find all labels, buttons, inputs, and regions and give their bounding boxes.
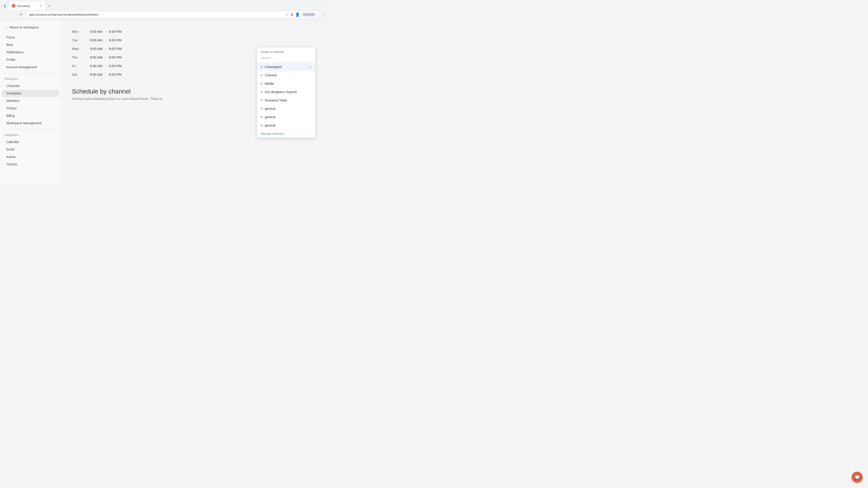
schedule-row-mon: Mon 9:00 AM - 6:00 PM bbox=[72, 27, 198, 36]
dropdown-item-general2[interactable]: # general bbox=[257, 113, 315, 121]
schedule-start-time: 9:00 AM bbox=[90, 47, 102, 51]
dropdown-item-channel[interactable]: # Channel bbox=[257, 71, 315, 79]
schedule-separator: - bbox=[105, 64, 106, 68]
dropdown-item-sunsama-tasks[interactable]: # Sunsama Tasks bbox=[257, 96, 315, 104]
schedule-day: Sat bbox=[72, 72, 90, 76]
schedule-table: Mon 9:00 AM - 6:00 PM Tue 9:00 AM - 6:00… bbox=[72, 27, 198, 79]
dropdown-items: # Unassigned ✓ # Channel # Middle # Our … bbox=[257, 63, 315, 129]
schedule-separator: - bbox=[105, 72, 106, 76]
channel-label: Sunsama Tasks bbox=[265, 98, 287, 102]
sidebar-item-clickup[interactable]: ClickUp bbox=[2, 161, 59, 168]
address-actions: ☆ ⬇ 👤 Incognito bbox=[285, 12, 316, 17]
dropdown-item-general3[interactable]: # general bbox=[257, 121, 315, 129]
sidebar-item-calendar[interactable]: Calendar bbox=[2, 138, 59, 145]
address-bar-row: ← → ↻ app.sunsama.com/group/moodjoy/sett… bbox=[0, 10, 329, 20]
nav-refresh-button[interactable]: ↻ bbox=[18, 11, 24, 18]
sidebar: ← Return to workspace FocusBetaNotificat… bbox=[0, 20, 61, 184]
dropdown-footer: Manage channels bbox=[257, 129, 315, 138]
schedule-separator: - bbox=[105, 55, 106, 59]
address-text: app.sunsama.com/group/moodjoy/settings/s… bbox=[29, 13, 284, 16]
manage-channels-link[interactable]: Manage channels bbox=[260, 132, 284, 135]
new-tab-button[interactable]: + bbox=[46, 3, 53, 9]
return-arrow-icon: ← bbox=[4, 26, 8, 29]
schedule-day: Mon bbox=[72, 30, 90, 33]
schedule-end-time: 6:00 PM bbox=[109, 38, 122, 42]
app-body: ← Return to workspace FocusBetaNotificat… bbox=[0, 20, 329, 184]
sidebar-item-channels[interactable]: Channels bbox=[2, 82, 59, 90]
dropdown-item-general1[interactable]: # general bbox=[257, 104, 315, 113]
integrations-section-label: Integrations bbox=[0, 132, 61, 137]
schedule-end-time: 6:00 PM bbox=[109, 47, 122, 51]
sidebar-item-privacy[interactable]: Privacy bbox=[2, 105, 59, 112]
nav-forward-button[interactable]: → bbox=[10, 11, 16, 18]
schedule-day: Thu bbox=[72, 55, 90, 59]
download-icon[interactable]: ⬇ bbox=[290, 12, 293, 17]
tab-back-button[interactable]: ❮ bbox=[2, 3, 8, 9]
schedule-row-sat: Sat 9:00 AM - 6:00 PM bbox=[72, 70, 198, 79]
channel-label: general bbox=[265, 124, 275, 127]
sidebar-item-asana[interactable]: Asana bbox=[2, 153, 59, 160]
schedule-start-time: 9:00 AM bbox=[90, 38, 102, 42]
schedule-start-time: 9:00 AM bbox=[90, 30, 102, 33]
hash-icon: # bbox=[260, 90, 262, 94]
schedule-end-time: 6:00 PM bbox=[109, 64, 122, 68]
bookmark-icon[interactable]: ☆ bbox=[285, 12, 289, 17]
channel-label: Middle bbox=[265, 82, 274, 86]
sidebar-item-billing[interactable]: Billing bbox=[2, 112, 59, 119]
profile-icon[interactable]: 👤 bbox=[295, 12, 300, 17]
hash-icon: # bbox=[260, 98, 262, 102]
channel-label: Channel bbox=[265, 73, 276, 77]
return-label: Return to workspace bbox=[9, 26, 38, 29]
channel-label: general bbox=[265, 107, 275, 110]
incognito-badge: Incognito bbox=[302, 12, 316, 17]
sidebar-divider-1 bbox=[4, 73, 57, 74]
schedule-end-time: 6:00 PM bbox=[109, 55, 122, 59]
browser-tab[interactable]: S Sunsama × bbox=[9, 2, 45, 10]
schedule-row-wed: Wed 9:00 AM - 6:00 PM bbox=[72, 44, 198, 53]
sidebar-item-focus[interactable]: Focus bbox=[2, 34, 59, 41]
channel-label: Unassigned bbox=[265, 65, 281, 69]
check-icon: ✓ bbox=[309, 65, 312, 69]
sidebar-item-beta[interactable]: Beta bbox=[2, 41, 59, 48]
sidebar-item-schedules[interactable]: Schedules bbox=[2, 90, 59, 97]
hash-icon: # bbox=[260, 65, 262, 69]
incognito-label: Incognito bbox=[303, 13, 314, 16]
dropdown-item-unassigned[interactable]: # Unassigned ✓ bbox=[257, 63, 315, 71]
schedule-end-time: 6:00 PM bbox=[109, 30, 122, 33]
integrations-nav: CalendarEmailAsanaClickUp bbox=[0, 138, 61, 168]
section-desc: Controls auto-scheduling times on a per-… bbox=[72, 97, 208, 101]
sidebar-item-account-management[interactable]: Account Management bbox=[2, 64, 59, 71]
main-content: Mon 9:00 AM - 6:00 PM Tue 9:00 AM - 6:00… bbox=[61, 20, 329, 184]
tab-title: Sunsama bbox=[17, 4, 30, 8]
dropdown-item-our-designers[interactable]: # Our designers channel bbox=[257, 88, 315, 96]
channel-label: general bbox=[265, 115, 275, 119]
hash-icon: # bbox=[260, 115, 262, 119]
sidebar-item-email[interactable]: Email bbox=[2, 146, 59, 153]
sidebar-item-profile[interactable]: Profile bbox=[2, 56, 59, 63]
return-to-workspace-link[interactable]: ← Return to workspace bbox=[0, 24, 61, 31]
dropdown-item-middle[interactable]: # Middle bbox=[257, 79, 315, 88]
schedule-separator: - bbox=[105, 47, 106, 51]
sidebar-item-workspace-management[interactable]: Workspace Management bbox=[2, 120, 59, 127]
nav-back-button[interactable]: ← bbox=[2, 11, 8, 18]
tab-bar: ❮ S Sunsama × + bbox=[0, 0, 329, 10]
tab-close-button[interactable]: × bbox=[38, 4, 42, 8]
hash-icon: # bbox=[260, 107, 262, 110]
tab-favicon: S bbox=[12, 4, 16, 8]
sidebar-item-members[interactable]: Members bbox=[2, 97, 59, 104]
browser-chrome: ❮ S Sunsama × + ← → ↻ app.sunsama.com/gr… bbox=[0, 0, 329, 20]
address-bar[interactable]: app.sunsama.com/group/moodjoy/settings/s… bbox=[26, 11, 319, 18]
sidebar-item-notifications[interactable]: Notifications bbox=[2, 48, 59, 56]
browser-menu-button[interactable]: ⋮ bbox=[321, 11, 327, 18]
schedule-day: Wed bbox=[72, 47, 90, 51]
channel-search-input[interactable] bbox=[260, 56, 312, 60]
schedule-start-time: 9:00 AM bbox=[90, 64, 102, 68]
hash-icon: # bbox=[260, 123, 262, 127]
hash-icon: # bbox=[260, 82, 262, 86]
dropdown-search bbox=[257, 55, 315, 61]
schedule-day: Fri bbox=[72, 64, 90, 68]
schedule-row-fri: Fri 9:00 AM - 6:00 PM bbox=[72, 62, 198, 70]
schedule-row-thu: Thu 9:00 AM - 6:00 PM bbox=[72, 53, 198, 62]
hash-icon: # bbox=[260, 73, 262, 77]
schedule-row-tue: Tue 9:00 AM - 6:00 PM bbox=[72, 36, 198, 44]
